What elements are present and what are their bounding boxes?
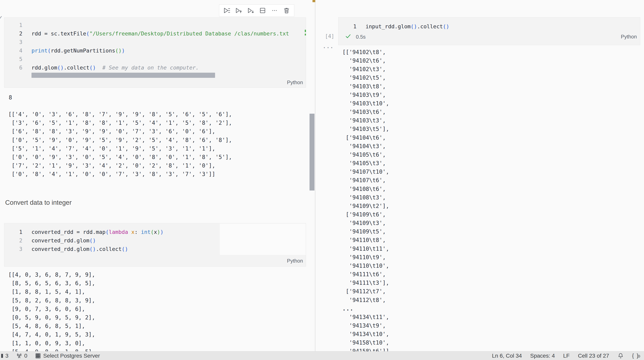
editor-pane-divider[interactable] [315, 0, 316, 351]
output-line: [4, 7, 4, 0, 1, 9, 5, 3], [8, 330, 95, 339]
output-line: '94110\t11', [342, 244, 389, 253]
cell-language-label[interactable]: Python [621, 34, 637, 40]
status-item-ports[interactable]: 0 [16, 352, 28, 360]
output-line: '94112\t8', [342, 296, 389, 304]
cell1-output-list: [['4', '0', '3', '6', '8', '7', '9', '9'… [8, 110, 232, 178]
status-item-postgres-server[interactable]: Select Postgres Server [35, 352, 100, 360]
output-line: '94103\t3', [342, 116, 389, 125]
cell-success-check-clipped-icon: ✓ [0, 14, 3, 22]
output-line: ['6', '8', '8', '3', '9', '9', '0', '7',… [8, 127, 232, 136]
output-line: ['0', '5', '9', '0', '9', '5', '9', '2',… [8, 136, 232, 144]
delete-cell-icon [283, 7, 290, 14]
execute-cell-button[interactable] [222, 6, 231, 15]
output-line: '94107\t6', [342, 176, 389, 184]
output-line: [[4, 0, 3, 6, 8, 7, 9, 9], [8, 270, 95, 279]
cell-toolbar-hover-area [220, 224, 306, 255]
line-number: 2 [8, 29, 22, 38]
output-line: '94111\t6', [342, 270, 389, 278]
radio-tower-icon [16, 353, 22, 359]
split-cell-button[interactable] [258, 6, 267, 15]
status-bar-left: 3 0 Select Postgres Server [0, 352, 100, 360]
output-collapse-ellipsis[interactable]: ··· [323, 45, 334, 51]
code-editor-1[interactable]: 12rdd = sc.textFile("/Users/freeman/Desk… [8, 21, 306, 72]
eol-label: LF [563, 353, 570, 359]
status-item-cursor-position[interactable]: Ln 6, Col 34 [492, 352, 522, 360]
cursor-position-label: Ln 6, Col 34 [492, 353, 522, 359]
output-line: '94102\t6', [342, 56, 389, 65]
output-line: '94105\t6', [342, 150, 389, 159]
code-cell-right[interactable]: 1input_rdd.glom().collect() 0.5s Python [338, 17, 640, 45]
output-line: [['4', '0', '3', '6', '8', '7', '9', '9'… [8, 110, 232, 118]
code-line[interactable]: 1input_rdd.glom().collect() [342, 22, 640, 31]
output-line: [8, 5, 6, 5, 6, 3, 6, 5], [8, 279, 95, 288]
cell-language-label[interactable]: Python [287, 80, 303, 86]
line-number: 1 [342, 22, 356, 31]
status-bar: 3 0 Select Postgres Server Ln 6, Col 34 [0, 351, 644, 360]
more-actions-button[interactable] [270, 6, 279, 15]
line-number: 4 [8, 46, 22, 55]
code-line[interactable]: 1 [8, 21, 306, 29]
code-line[interactable]: 4print(rdd.getNumPartitions()) [8, 46, 306, 55]
cell-toolbar [219, 4, 294, 17]
code-line[interactable]: 3 [8, 38, 306, 46]
execute-below-button[interactable] [246, 6, 255, 15]
code-text: rdd = sc.textFile("/Users/freeman/Deskto… [32, 29, 289, 38]
line-number: 2 [8, 236, 22, 245]
execution-duration: 0.5s [356, 34, 366, 40]
execute-above-button[interactable] [234, 6, 243, 15]
ports-count: 0 [24, 353, 28, 359]
output-line: '94104\t3', [342, 142, 389, 150]
code-text: converted_rdd = rdd.map(lambda x: int(x)… [32, 228, 164, 236]
code-editor-right[interactable]: 1input_rdd.glom().collect() [342, 22, 640, 31]
line-number: 3 [8, 245, 22, 253]
output-line: ['94104\t6', [342, 134, 389, 142]
status-item-clipped-count[interactable]: 3 [1, 352, 8, 360]
output-line: ['3', '6', '5', '1', '8', '8', '1', '5',… [8, 118, 232, 127]
execute-above-icon [235, 7, 242, 14]
delete-cell-button[interactable] [282, 6, 291, 15]
execute-cell-icon [223, 7, 230, 14]
overview-ruler-mark [305, 30, 306, 32]
output-line: '94102\t3', [342, 65, 389, 74]
output-line: '94103\t10', [342, 99, 389, 108]
output-line: '94134\t11', [342, 313, 389, 322]
output-line: [1, 1, 0, 0, 9, 3, 0], [8, 339, 95, 348]
code-line[interactable]: 6rdd.glom().collect() # See my data on t… [8, 63, 306, 72]
cell1-output-scalar: 8 [9, 94, 12, 101]
line-number: 1 [8, 21, 22, 29]
output-line: '94103\t8', [342, 82, 389, 91]
output-line: ['0', '0', '9', '3', '0', '5', '4', '0',… [8, 153, 232, 162]
code-line[interactable]: 2rdd = sc.textFile("/Users/freeman/Deskt… [8, 29, 306, 38]
horizontal-scrollbar[interactable] [32, 73, 215, 78]
output-line: [1, 8, 8, 1, 5, 4, 1], [8, 288, 95, 296]
output-line: '94110\t9', [342, 253, 389, 262]
output-line: ... [342, 304, 389, 313]
status-item-cell-position[interactable]: Cell 23 of 27 [578, 352, 609, 360]
markdown-cell-heading[interactable]: Convert data to integer [5, 199, 72, 206]
status-item-eol[interactable]: LF [563, 352, 570, 360]
status-item-formatter[interactable]: { } [632, 352, 640, 360]
output-line: '94110\t8', [342, 236, 389, 244]
postgres-server-label: Select Postgres Server [43, 353, 100, 359]
status-item-notifications[interactable] [618, 352, 624, 360]
output-line: '94103\t5'], [342, 125, 389, 133]
output-line: [['94102\t8', [342, 48, 389, 56]
cell2-output-list: [[4, 0, 3, 6, 8, 7, 9, 9], [8, 5, 6, 5, … [8, 270, 95, 356]
output-line: [9, 0, 7, 3, 6, 0, 6], [8, 305, 95, 313]
code-cell-1[interactable]: 12rdd = sc.textFile("/Users/freeman/Desk… [4, 18, 306, 88]
output-line: ['5', '1', '4', '7', '4', '0', '1', '9',… [8, 144, 232, 153]
vertical-scrollbar[interactable] [310, 114, 314, 190]
success-check-icon [345, 33, 351, 40]
execution-count-label: [4] [325, 33, 334, 39]
output-line: ['94109\t6', [342, 210, 389, 219]
divider-modified-marker [312, 0, 315, 2]
cell-language-label[interactable]: Python [287, 258, 303, 264]
line-number: 1 [8, 228, 22, 236]
output-line: '94107\t10', [342, 168, 389, 176]
overview-ruler-mark [305, 34, 306, 36]
code-line[interactable]: 5 [8, 55, 306, 63]
code-text: print(rdd.getNumPartitions()) [32, 46, 125, 55]
code-cell-2[interactable]: 1converted_rdd = rdd.map(lambda x: int(x… [4, 223, 306, 266]
status-item-indentation[interactable]: Spaces: 4 [530, 352, 555, 360]
output-line: ['0', '8', '4', '1', '0', '0', '7', '3',… [8, 170, 232, 178]
